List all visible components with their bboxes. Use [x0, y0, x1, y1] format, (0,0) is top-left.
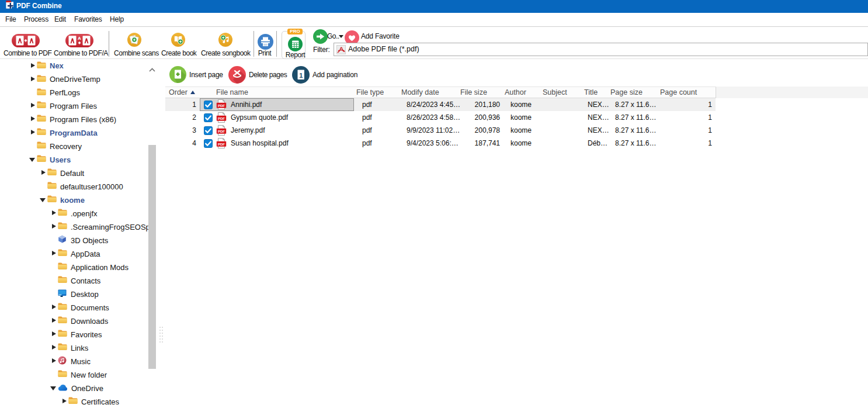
svg-text:PDF: PDF [218, 117, 225, 120]
svg-text:A: A [78, 36, 81, 41]
svg-text:1: 1 [299, 72, 303, 79]
svg-text:PDF: PDF [218, 143, 225, 146]
svg-text:PDF: PDF [218, 130, 225, 133]
svg-text:PDF: PDF [218, 104, 225, 108]
